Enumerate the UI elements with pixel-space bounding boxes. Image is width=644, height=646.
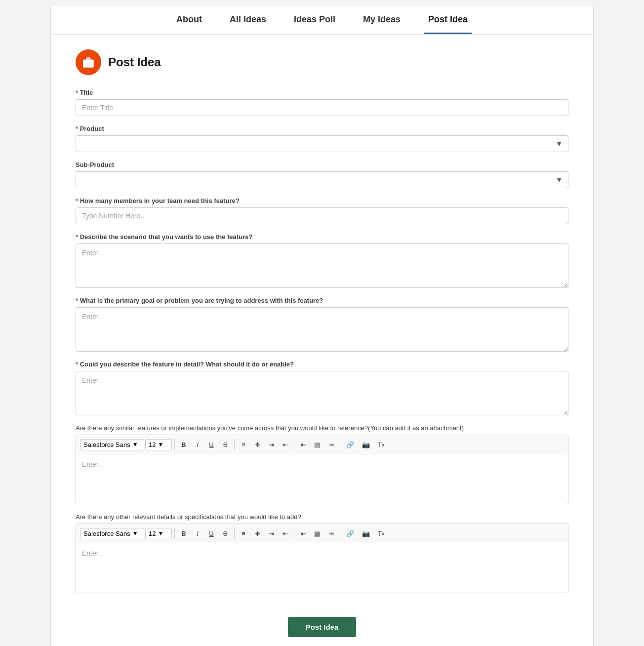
page-title: Post Idea	[108, 55, 161, 69]
toolbar-divider-1	[174, 439, 175, 450]
other-link-btn[interactable]: 🔗	[343, 527, 358, 540]
similar-align-right-btn[interactable]: ⇥	[324, 438, 337, 451]
similar-font-name: Salesforce Sans	[83, 441, 130, 448]
team-members-input[interactable]	[76, 207, 568, 224]
team-members-label: How many members in your team need this …	[76, 197, 568, 204]
product-label: Product	[76, 125, 568, 132]
similar-features-editor: Salesforce Sans ▼ 12 ▼ B I U S ≡	[76, 435, 568, 504]
svg-text:+: +	[87, 60, 89, 65]
feature-detail-label: Could you describe the feature in detail…	[76, 361, 568, 368]
other-ordered-list-btn[interactable]: ⁜	[251, 527, 264, 540]
other-size-select[interactable]: 12 ▼	[145, 528, 172, 539]
title-group: Title	[76, 89, 568, 116]
other-details-label: Are there any other relevant details or …	[76, 513, 568, 521]
other-clear-format-btn[interactable]: Tx	[374, 527, 388, 540]
product-select[interactable]	[76, 135, 568, 152]
similar-align-left-btn[interactable]: ⇤	[297, 438, 310, 451]
product-select-wrapper: ▼	[76, 135, 568, 152]
submit-button[interactable]: Post Idea	[288, 617, 357, 637]
primary-goal-group: What is the primary goal or problem you …	[76, 297, 568, 352]
other-details-group: Are there any other relevant details or …	[76, 513, 568, 593]
submit-row: Post Idea	[76, 617, 568, 637]
other-font-size: 12	[149, 530, 156, 537]
other-image-btn[interactable]: 📷	[359, 527, 373, 540]
toolbar-divider-2	[234, 439, 235, 450]
subproduct-select[interactable]	[76, 171, 568, 188]
other-font-select[interactable]: Salesforce Sans ▼	[80, 528, 144, 539]
nav-post-idea[interactable]: Post Idea	[424, 5, 472, 34]
briefcase-icon: +	[82, 56, 95, 69]
similar-font-arrow: ▼	[132, 441, 138, 448]
other-align-right-btn[interactable]: ⇥	[324, 527, 337, 540]
title-input[interactable]	[76, 99, 568, 116]
nav-ideas-poll[interactable]: Ideas Poll	[290, 5, 339, 34]
nav-my-ideas[interactable]: My Ideas	[359, 5, 404, 34]
toolbar-divider-3	[294, 439, 294, 450]
similar-features-group: Are there any similar features or implem…	[76, 424, 568, 504]
other-align-left-btn[interactable]: ⇤	[297, 527, 310, 540]
similar-size-select[interactable]: 12 ▼	[145, 439, 172, 450]
similar-indent-btn[interactable]: ⇥	[265, 438, 278, 451]
page-header: + Post Idea	[76, 49, 568, 75]
other-outdent-btn[interactable]: ⇤	[279, 527, 291, 540]
similar-clear-format-btn[interactable]: Tx	[374, 438, 388, 451]
other-details-placeholder: Enter...	[82, 549, 104, 557]
subproduct-group: Sub-Product ▼	[76, 161, 568, 188]
other-underline-btn[interactable]: U	[205, 527, 218, 540]
other-align-center-btn[interactable]: ▤	[311, 527, 323, 540]
page-wrapper: About All Ideas Ideas Poll My Ideas Post…	[50, 5, 594, 646]
title-label: Title	[76, 89, 568, 96]
similar-image-btn[interactable]: 📷	[359, 438, 373, 451]
subproduct-label: Sub-Product	[76, 161, 568, 168]
scenario-group: Describe the scenario that you wants to …	[76, 233, 568, 288]
navigation: About All Ideas Ideas Poll My Ideas Post…	[51, 5, 593, 35]
post-idea-form: Title Product ▼ Sub-Product	[76, 89, 568, 637]
main-content: + Post Idea Title Product ▼	[51, 35, 593, 646]
other-font-name: Salesforce Sans	[83, 530, 130, 537]
similar-bold-btn[interactable]: B	[177, 438, 190, 451]
other-divider-2	[234, 528, 235, 539]
other-details-content[interactable]: Enter...	[76, 543, 568, 593]
other-divider-1	[174, 528, 175, 539]
similar-underline-btn[interactable]: U	[205, 438, 218, 451]
similar-font-select[interactable]: Salesforce Sans ▼	[80, 439, 144, 450]
other-strike-btn[interactable]: S	[219, 527, 232, 540]
similar-italic-btn[interactable]: I	[191, 438, 204, 451]
nav-all-ideas[interactable]: All Ideas	[226, 5, 270, 34]
other-unordered-list-btn[interactable]: ≡	[237, 527, 250, 540]
scenario-textarea[interactable]	[76, 243, 568, 288]
primary-goal-textarea[interactable]	[76, 307, 568, 352]
similar-unordered-list-btn[interactable]: ≡	[237, 438, 250, 451]
subproduct-select-wrapper: ▼	[76, 171, 568, 188]
other-details-editor: Salesforce Sans ▼ 12 ▼ B I U S ≡	[76, 524, 568, 593]
similar-outdent-btn[interactable]: ⇤	[279, 438, 291, 451]
similar-link-btn[interactable]: 🔗	[343, 438, 358, 451]
product-group: Product ▼	[76, 125, 568, 152]
scenario-label: Describe the scenario that you wants to …	[76, 233, 568, 241]
other-italic-btn[interactable]: I	[191, 527, 204, 540]
other-divider-3	[294, 528, 294, 539]
similar-features-placeholder: Enter...	[82, 460, 104, 468]
similar-align-center-btn[interactable]: ▤	[311, 438, 323, 451]
nav-about[interactable]: About	[172, 5, 206, 34]
other-size-arrow: ▼	[158, 530, 163, 537]
other-details-toolbar: Salesforce Sans ▼ 12 ▼ B I U S ≡	[76, 524, 568, 543]
other-font-arrow: ▼	[132, 530, 138, 537]
team-members-group: How many members in your team need this …	[76, 197, 568, 224]
other-indent-btn[interactable]: ⇥	[265, 527, 278, 540]
similar-features-toolbar: Salesforce Sans ▼ 12 ▼ B I U S ≡	[76, 435, 568, 454]
feature-detail-group: Could you describe the feature in detail…	[76, 361, 568, 415]
feature-detail-textarea[interactable]	[76, 371, 568, 415]
similar-ordered-list-btn[interactable]: ⁜	[251, 438, 264, 451]
primary-goal-label: What is the primary goal or problem you …	[76, 297, 568, 304]
toolbar-divider-4	[340, 439, 340, 450]
similar-features-content[interactable]: Enter...	[76, 454, 568, 504]
similar-strike-btn[interactable]: S	[219, 438, 232, 451]
other-divider-4	[340, 528, 340, 539]
similar-font-size: 12	[149, 441, 156, 448]
page-icon: +	[76, 49, 101, 75]
similar-features-label: Are there any similar features or implem…	[76, 424, 568, 432]
other-bold-btn[interactable]: B	[177, 527, 190, 540]
similar-size-arrow: ▼	[158, 441, 163, 448]
